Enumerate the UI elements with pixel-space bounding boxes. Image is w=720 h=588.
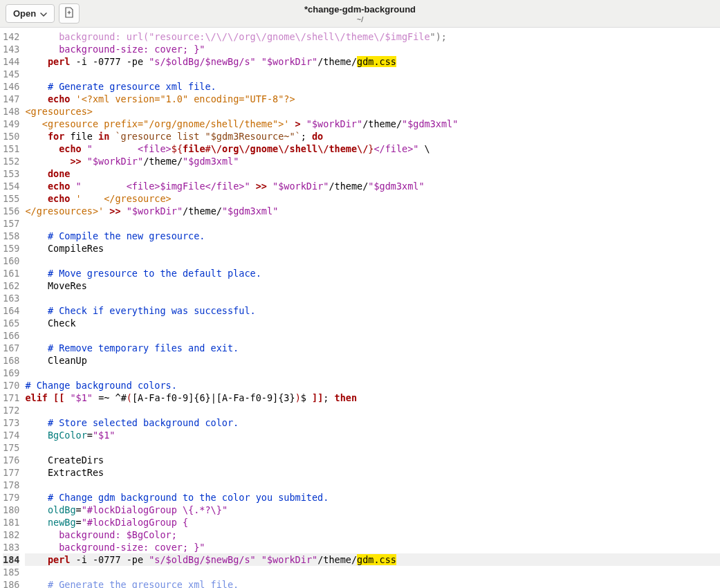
code-line[interactable]: CreateDirs xyxy=(25,454,720,466)
token: "#lockDialogGroup { xyxy=(82,517,188,528)
code-line[interactable]: perl -i -0777 -pe "s/$oldBg/$newBg/s" "$… xyxy=(25,553,720,566)
token xyxy=(25,504,48,515)
token: echo xyxy=(48,93,71,104)
line-number: 182 xyxy=(3,529,19,541)
code-line[interactable]: # Compile the new gresource. xyxy=(25,230,720,242)
code-line[interactable]: Check xyxy=(25,317,720,329)
open-button-label: Open xyxy=(13,8,36,19)
code-line[interactable] xyxy=(25,217,720,230)
code-line[interactable]: background: $BgColor; xyxy=(25,529,720,541)
line-number: 151 xyxy=(3,143,19,155)
token: background-size: cover; }" xyxy=(59,542,205,553)
token: Check xyxy=(25,318,75,329)
token: background: xyxy=(59,529,127,540)
code-line[interactable]: echo " <file>$imgFile</file>" >> "$workD… xyxy=(25,180,720,192)
token: " xyxy=(87,156,93,167)
code-line[interactable]: # Check if everything was successful. xyxy=(25,304,720,317)
token: `gresource list " xyxy=(115,131,210,142)
code-line[interactable]: CompileRes xyxy=(25,242,720,255)
code-line[interactable]: >> "$workDir"/theme/"$gdm3xml" xyxy=(25,155,720,167)
token: echo xyxy=(48,181,71,192)
line-number: 186 xyxy=(3,578,19,588)
token: # Store selected background color. xyxy=(48,417,239,428)
token: </gresources>' xyxy=(25,205,104,217)
line-number: 150 xyxy=(3,130,19,143)
token: " xyxy=(183,156,188,167)
code-line[interactable]: # Generate the gresource xml file. xyxy=(25,578,720,588)
code-line[interactable] xyxy=(25,292,720,304)
token: for xyxy=(48,131,64,142)
code-line[interactable]: elif [[ "$1" =~ ^#([A-Fa-f0-9]{6}|[A-Fa-… xyxy=(25,392,720,404)
token: $BgColor xyxy=(127,529,172,540)
code-line[interactable] xyxy=(25,329,720,342)
line-number: 159 xyxy=(3,242,19,255)
token: " xyxy=(138,156,143,167)
code-line[interactable]: ExtractRes xyxy=(25,466,720,479)
token: shell xyxy=(290,143,318,154)
token xyxy=(301,118,306,129)
new-tab-button[interactable] xyxy=(59,3,80,24)
code-line[interactable]: # Store selected background color. xyxy=(25,416,720,429)
code-line[interactable]: echo '<?xml version="1.0" encoding="UTF-… xyxy=(25,93,720,105)
token: BgColor xyxy=(48,430,87,441)
token: [A-Fa-f0-9]{6}|[A-Fa-f0-9]{3} xyxy=(132,392,295,403)
code-line[interactable]: done xyxy=(25,167,720,180)
token: newBg xyxy=(48,517,76,528)
code-line[interactable]: <gresource prefix="/org/gnome/shell/them… xyxy=(25,118,720,130)
token xyxy=(289,118,295,129)
open-button[interactable]: Open xyxy=(6,4,55,23)
token xyxy=(256,56,261,67)
code-line[interactable] xyxy=(25,404,720,416)
code-line[interactable]: echo ' </gresource> xyxy=(25,192,720,205)
token: "); xyxy=(430,31,453,42)
token: "#lockDialogGroup \{.*?\}" xyxy=(82,504,228,515)
editor: 1421431441451461471481491501511521531541… xyxy=(0,28,720,588)
code-line[interactable]: MoveRes xyxy=(25,279,720,292)
token: theme xyxy=(329,143,357,154)
token xyxy=(250,181,256,192)
code-line[interactable] xyxy=(25,566,720,578)
token xyxy=(82,143,87,154)
token xyxy=(25,417,48,428)
code-line[interactable]: background-size: cover; }" xyxy=(25,541,720,553)
code-line[interactable]: for file in `gresource list "$gdm3Resour… xyxy=(25,130,720,143)
code-line[interactable]: perl -i -0777 -pe "s/$oldBg/$newBg/s" "$… xyxy=(25,55,720,68)
token: > xyxy=(295,118,301,129)
code-line[interactable]: CleanUp xyxy=(25,354,720,367)
line-number: 176 xyxy=(3,454,19,466)
token: $imgFile xyxy=(385,31,430,42)
token xyxy=(25,56,48,67)
code-line[interactable] xyxy=(25,68,720,80)
code-line[interactable]: oldBg="#lockDialogGroup \{.*?\}" xyxy=(25,504,720,516)
token: " <file> xyxy=(87,143,172,154)
code-line[interactable]: # Change gdm background to the color you… xyxy=(25,491,720,504)
token xyxy=(25,181,48,192)
code-line[interactable]: echo " <file>${file#\/org\/gnome\/shell\… xyxy=(25,143,720,155)
token: = xyxy=(87,430,93,441)
token xyxy=(25,31,59,42)
code-line[interactable] xyxy=(25,479,720,491)
code-line[interactable] xyxy=(25,367,720,379)
code-line[interactable]: <gresources> xyxy=(25,105,720,118)
code-line[interactable]: # Generate gresource xml file. xyxy=(25,80,720,93)
token: " xyxy=(261,554,267,565)
token: /theme/ xyxy=(317,56,357,67)
code-line[interactable] xyxy=(25,441,720,454)
token: ${ xyxy=(172,143,183,154)
code-area[interactable]: background: url("resource:\/\/\/org\/gno… xyxy=(24,28,720,588)
code-line[interactable]: # Move gresource to the default place. xyxy=(25,267,720,279)
line-number: 160 xyxy=(3,255,19,267)
code-line[interactable]: </gresources>' >> "$workDir"/theme/"$gdm… xyxy=(25,205,720,217)
code-line[interactable]: # Remove temporary files and exit. xyxy=(25,342,720,354)
code-line[interactable]: background: url("resource:\/\/\/org\/gno… xyxy=(25,30,720,43)
code-line[interactable] xyxy=(25,255,720,267)
token: " xyxy=(93,430,98,441)
code-line[interactable]: BgColor="$1" xyxy=(25,429,720,441)
code-line[interactable]: # Change background colors. xyxy=(25,379,720,392)
token: background-size: cover; }" xyxy=(59,44,205,55)
token: <gresource prefix="/org/gnome/shell/them… xyxy=(42,118,290,129)
code-line[interactable]: newBg="#lockDialogGroup { xyxy=(25,516,720,529)
code-line[interactable]: background-size: cover; }" xyxy=(25,43,720,55)
token: echo xyxy=(59,143,82,154)
token: " xyxy=(273,205,278,217)
